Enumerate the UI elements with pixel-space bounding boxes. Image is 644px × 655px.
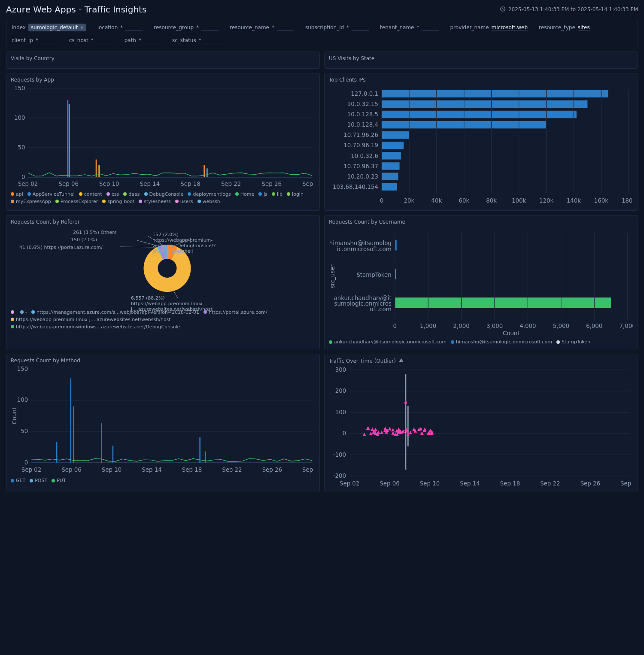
filter-resource_group[interactable]: resource_group*	[154, 24, 219, 31]
legend-item[interactable]: DebugConsole	[144, 191, 184, 197]
filter-input[interactable]	[125, 24, 143, 30]
legend-item[interactable]: GET	[11, 478, 25, 483]
svg-text:180k: 180k	[622, 197, 633, 204]
filter-label: cs_host	[69, 37, 88, 43]
legend-item[interactable]: users	[175, 199, 193, 204]
svg-text:10.0.32.6: 10.0.32.6	[351, 153, 378, 159]
svg-marker-186	[412, 428, 416, 431]
time-range[interactable]: 2025-05-13 1:40:33 PM to 2025-05-14 1:40…	[500, 6, 638, 13]
chart-requests-by-app[interactable]: 050100150Sep 02Sep 06Sep 10Sep 14Sep 18S…	[11, 85, 315, 189]
filter-value[interactable]: sites	[578, 24, 590, 30]
svg-text:50: 50	[21, 428, 28, 434]
filter-input[interactable]	[144, 37, 161, 43]
svg-marker-194	[397, 428, 401, 431]
filter-input[interactable]	[41, 37, 58, 43]
filter-value: *	[272, 24, 274, 30]
legend-item[interactable]: spring-boot	[102, 199, 134, 204]
filter-sc_status[interactable]: sc_status*	[172, 37, 221, 43]
chart-requests-by-referer[interactable]: 261 (3.5%) Others 150 (2.0%) 41 (0.6%) h…	[11, 227, 315, 307]
legend-item[interactable]: api	[11, 191, 23, 197]
filter-input[interactable]	[422, 24, 439, 30]
legend-item[interactable]: -	[20, 309, 27, 315]
filter-provider_name[interactable]: provider_namemicrosoft.web	[450, 24, 528, 31]
legend-item[interactable]: lib	[272, 191, 283, 197]
svg-rect-43	[382, 173, 398, 180]
legend-item[interactable]	[11, 309, 16, 315]
chart-top-client-ips[interactable]: 127.0.0.110.0.32.1510.0.128.510.0.128.41…	[329, 85, 633, 206]
svg-marker-197	[409, 431, 412, 434]
svg-marker-192	[363, 433, 366, 436]
legend-item[interactable]: stylesheets	[139, 199, 171, 204]
legend-item[interactable]: StampToken	[556, 339, 590, 345]
pie-callout: 6,557 (88.2%) https://webapp-premium-lin…	[131, 295, 217, 312]
svg-text:Sep 22: Sep 22	[222, 467, 242, 473]
filter-location[interactable]: location*	[97, 24, 143, 31]
legend-item[interactable]: ankur.chaudhary@itsumologic.onmicrosoft.…	[329, 339, 447, 345]
filter-input[interactable]	[204, 37, 221, 43]
legend-item[interactable]: https://webapp-premium-linux-j....azurew…	[11, 317, 171, 322]
filter-resource_name[interactable]: resource_name*	[230, 24, 294, 31]
svg-rect-35	[382, 131, 409, 139]
legend-item[interactable]: deploymentlogs	[188, 191, 231, 197]
legend-item[interactable]: webssh	[197, 199, 220, 204]
panel-top-client-ips: Top Clients IPs 127.0.0.110.0.32.1510.0.…	[324, 73, 638, 211]
panel-requests-by-username: Requests Count by Username himanshu@itsu…	[324, 215, 638, 349]
chart-requests-by-method[interactable]: 050100150Sep 02Sep 06Sep 10Sep 14Sep 18S…	[11, 366, 315, 475]
svg-text:4,000: 4,000	[519, 323, 536, 329]
filter-resource_type[interactable]: resource_typesites	[539, 24, 590, 31]
filter-label: resource_name	[230, 24, 269, 30]
svg-text:10.71.96.26: 10.71.96.26	[343, 132, 378, 138]
svg-text:Sep 10: Sep 10	[420, 480, 440, 487]
filter-input[interactable]	[201, 24, 219, 30]
filter-tenant_name[interactable]: tenant_name*	[380, 24, 439, 31]
filter-client_ip[interactable]: client_ip*	[12, 37, 58, 43]
legend-item[interactable]: daas	[123, 191, 140, 197]
filter-input[interactable]	[96, 37, 113, 43]
legend-item[interactable]: css	[106, 191, 119, 197]
time-range-text: 2025-05-13 1:40:33 PM to 2025-05-14 1:40…	[508, 6, 638, 12]
svg-marker-200	[404, 400, 407, 403]
chip-remove-icon[interactable]: ×	[80, 24, 83, 30]
legend-item[interactable]: POST	[30, 478, 47, 483]
svg-text:300: 300	[335, 367, 346, 373]
filter-value: *	[199, 37, 201, 43]
filter-cs_host[interactable]: cs_host*	[69, 37, 113, 43]
pie-callout: 41 (0.6%) https://portal.azure.com/	[19, 245, 103, 250]
filter-label: subscription_id	[305, 24, 344, 30]
svg-text:Sep 14: Sep 14	[460, 480, 480, 487]
svg-text:7,000: 7,000	[619, 323, 633, 329]
svg-rect-37	[382, 142, 404, 149]
filter-input[interactable]	[277, 24, 294, 30]
legend-item[interactable]: PUT	[52, 478, 66, 483]
legend-item[interactable]: ProcessExplorer	[55, 199, 98, 204]
legend-item[interactable]: content	[79, 191, 102, 197]
svg-text:160k: 160k	[594, 197, 608, 204]
filter-input[interactable]	[352, 24, 369, 30]
svg-text:150: 150	[14, 85, 25, 91]
filter-path[interactable]: path*	[125, 37, 161, 43]
legend-item[interactable]: myExpressApp	[11, 199, 51, 204]
chart-traffic-over-time[interactable]: -200-1000100200300Sep 02Sep 06Sep 10Sep …	[329, 367, 633, 488]
filter-chip[interactable]: sumologic_default×	[28, 24, 86, 31]
svg-text:1,000: 1,000	[420, 323, 436, 329]
legend-item[interactable]: https://webapp-premium-windows...azurewe…	[11, 324, 180, 330]
legend-item[interactable]: js	[258, 191, 267, 197]
filter-value: *	[346, 24, 349, 30]
filter-index[interactable]: Indexsumologic_default×	[12, 24, 86, 31]
legend-item[interactable]: himanshu@itsumologic.onmicrosoft.com	[451, 339, 552, 345]
svg-text:Sep 02: Sep 02	[21, 467, 41, 473]
filter-label: provider_name	[450, 24, 489, 30]
filter-subscription_id[interactable]: subscription_id*	[305, 24, 369, 31]
chart-requests-by-username[interactable]: himanshu@itsumologic.onmicrosoft.comStam…	[329, 227, 633, 337]
warning-icon	[398, 358, 404, 364]
panel-title: US Visits by State	[329, 55, 633, 61]
svg-text:0: 0	[380, 197, 384, 204]
svg-text:StampToken: StampToken	[356, 272, 391, 278]
panel-visits-by-country: Visits by Country mapbox Count < 387387 …	[6, 52, 320, 69]
svg-text:2,000: 2,000	[453, 323, 470, 329]
legend-item[interactable]: login	[287, 191, 304, 197]
svg-text:Sep 18: Sep 18	[180, 181, 200, 187]
legend-item[interactable]: Home	[235, 191, 254, 197]
legend-item[interactable]: AppServiceTunnel	[27, 191, 75, 197]
filter-value[interactable]: microsoft.web	[492, 24, 528, 30]
